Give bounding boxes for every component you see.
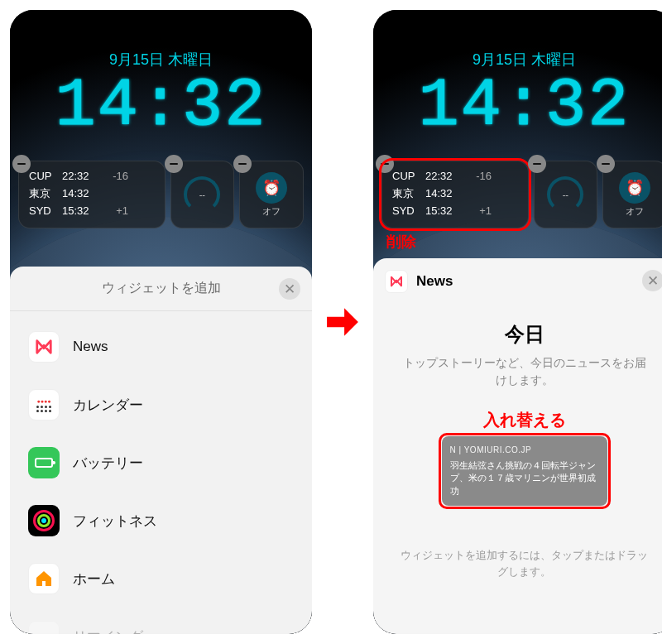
sheet-title: ウィジェットを追加 bbox=[102, 280, 221, 297]
app-label: フィットネス bbox=[73, 512, 157, 531]
app-label: ホーム bbox=[73, 570, 115, 589]
replace-annotation: 入れ替える bbox=[385, 409, 662, 431]
remove-widget-button[interactable] bbox=[233, 155, 252, 173]
date-label: 9月15日 木曜日 bbox=[373, 50, 662, 70]
reminders-icon bbox=[28, 621, 60, 634]
close-button[interactable]: ✕ bbox=[642, 270, 662, 291]
close-button[interactable]: ✕ bbox=[279, 278, 300, 300]
app-label: News bbox=[73, 339, 108, 355]
calendar-icon: ●●●● bbox=[28, 389, 60, 421]
phone-left: 9月15日 木曜日 14:32 CUP22:32-16 東京14:32 SYD1… bbox=[10, 10, 312, 634]
alarm-label: オフ bbox=[626, 205, 644, 218]
app-row-home[interactable]: ホーム bbox=[10, 550, 312, 608]
sheet-title: News bbox=[416, 273, 453, 290]
alarm-icon: ⏰ bbox=[256, 172, 287, 204]
remove-widget-button[interactable] bbox=[12, 155, 31, 173]
time-label: 14:32 bbox=[373, 73, 662, 141]
fitness-icon bbox=[28, 505, 60, 536]
gauge-widget[interactable]: -- bbox=[534, 161, 598, 228]
phone-right: 9月15日 木曜日 14:32 CUP22:32-16 東京14:32 SYD1… bbox=[373, 10, 662, 634]
world-clock-widget[interactable]: CUP22:32-16 東京14:32 SYD15:32+1 bbox=[381, 161, 529, 228]
gauge-icon: -- bbox=[184, 176, 220, 213]
remove-widget-button[interactable] bbox=[376, 155, 394, 173]
app-row-calendar[interactable]: ●●●● カレンダー bbox=[10, 376, 312, 434]
widget-picker-sheet: ウィジェットを追加 ✕ News ●●●● カレンダー bbox=[10, 267, 312, 634]
app-label: リマインダー bbox=[73, 627, 157, 635]
alarm-label: オフ bbox=[262, 205, 281, 218]
lock-screen-top: 9月15日 木曜日 14:32 bbox=[10, 50, 312, 141]
app-row-battery[interactable]: バッテリー bbox=[10, 434, 312, 492]
app-label: バッテリー bbox=[73, 454, 143, 473]
remove-widget-button[interactable] bbox=[597, 155, 615, 173]
lock-screen-top: 9月15日 木曜日 14:32 bbox=[373, 50, 662, 141]
app-list: News ●●●● カレンダー バッテリー フィットネス bbox=[10, 311, 312, 634]
world-clock-rows: CUP22:32-16 東京14:32 SYD15:32+1 bbox=[392, 168, 518, 219]
arrow-icon bbox=[322, 305, 363, 339]
remove-widget-button[interactable] bbox=[528, 155, 546, 173]
home-icon bbox=[28, 563, 60, 594]
alarm-icon: ⏰ bbox=[619, 172, 650, 204]
world-clock-rows: CUP22:32-16 東京14:32 SYD15:32+1 bbox=[29, 168, 155, 219]
sheet-header: News ✕ bbox=[385, 270, 662, 293]
date-label: 9月15日 木曜日 bbox=[10, 50, 312, 70]
world-clock-widget[interactable]: CUP22:32-16 東京14:32 SYD15:32+1 bbox=[18, 161, 166, 228]
alarm-widget[interactable]: ⏰ オフ bbox=[239, 161, 304, 228]
add-hint-text: ウィジェットを追加するには、タップまたはドラッグします。 bbox=[385, 547, 662, 579]
news-source: N | YOMIURI.CO.JP bbox=[450, 445, 599, 456]
today-description: トップストーリーなど、今日のニュースをお届けします。 bbox=[385, 354, 662, 389]
battery-icon bbox=[28, 447, 60, 478]
remove-widget-button[interactable] bbox=[165, 155, 183, 173]
today-section: 今日 トップストーリーなど、今日のニュースをお届けします。 bbox=[385, 321, 662, 389]
delete-annotation: 削除 bbox=[386, 232, 416, 252]
gauge-icon: -- bbox=[547, 176, 583, 213]
app-label: カレンダー bbox=[73, 396, 143, 415]
alarm-widget[interactable]: ⏰ オフ bbox=[602, 161, 662, 228]
gauge-widget[interactable]: -- bbox=[170, 161, 235, 228]
app-row-reminders[interactable]: リマインダー bbox=[10, 608, 312, 634]
news-widget-preview[interactable]: N | YOMIURI.CO.JP 羽生結弦さん挑戦の４回転半ジャンプ、米の１７… bbox=[442, 436, 607, 506]
widget-row: CUP22:32-16 東京14:32 SYD15:32+1 -- ⏰ オフ bbox=[381, 161, 662, 228]
widget-row: CUP22:32-16 東京14:32 SYD15:32+1 -- ⏰ オフ bbox=[18, 161, 304, 228]
sheet-header: ウィジェットを追加 ✕ bbox=[10, 267, 312, 311]
news-widget-sheet: News ✕ 今日 トップストーリーなど、今日のニュースをお届けします。 入れ替… bbox=[373, 258, 662, 634]
app-row-fitness[interactable]: フィットネス bbox=[10, 492, 312, 550]
news-headline: 羽生結弦さん挑戦の４回転半ジャンプ、米の１７歳マリニンが世界初成功 bbox=[450, 459, 599, 497]
news-icon bbox=[385, 270, 408, 293]
today-title: 今日 bbox=[385, 321, 662, 348]
time-label: 14:32 bbox=[10, 73, 312, 141]
app-row-news[interactable]: News bbox=[10, 318, 312, 376]
news-icon bbox=[28, 331, 60, 363]
